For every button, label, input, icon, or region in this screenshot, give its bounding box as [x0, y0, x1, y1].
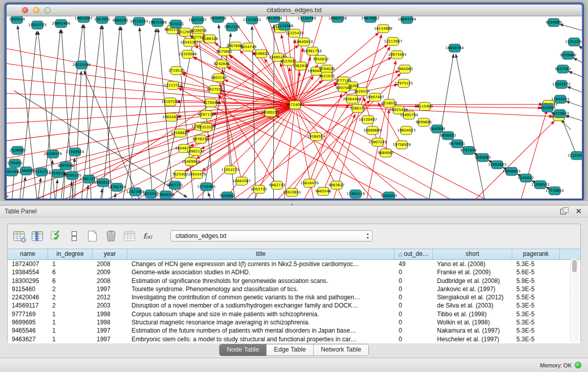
table-cell-short[interactable]: Yano et al. (2008) — [433, 260, 512, 268]
graph-node[interactable]: 10719155 — [130, 17, 148, 26]
table-cell-out_degree[interactable]: 0 — [395, 310, 433, 318]
table-cell-in_degree[interactable]: 1 — [48, 310, 93, 318]
graph-node[interactable]: 9463627 — [329, 181, 344, 189]
window-titlebar[interactable]: citations_edges.txt — [7, 5, 582, 16]
graph-node[interactable]: 10688609 — [363, 126, 382, 135]
table-cell-title[interactable]: Estimation of significance thresholds fo… — [127, 277, 395, 285]
graph-node[interactable]: 15124749 — [298, 16, 316, 22]
graph-node[interactable]: 9242848 — [214, 60, 230, 68]
zoom-window-icon[interactable] — [45, 7, 51, 13]
table-cell-name[interactable]: 22420046 — [8, 293, 48, 301]
graph-node[interactable]: 1527002 — [94, 16, 110, 24]
table-cell-title[interactable]: Investigating the contribution of common… — [127, 293, 395, 301]
table-cell-year[interactable]: 1998 — [93, 318, 127, 326]
table-cell-short[interactable]: Wolkin et al. (1998) — [433, 318, 512, 326]
graph-node[interactable]: 15616470 — [300, 179, 319, 187]
graph-node[interactable]: 2718120 — [168, 67, 184, 75]
table-cell-name[interactable]: 9777169 — [8, 310, 48, 318]
graph-node[interactable]: 1621072 — [319, 72, 335, 80]
close-panel-icon[interactable]: ✕ — [575, 207, 582, 215]
graph-node[interactable]: 20206576 — [43, 150, 62, 158]
new-table-icon[interactable] — [85, 229, 99, 243]
table-cell-short[interactable]: Nakamura et al. (1997) — [433, 326, 512, 335]
graph-node[interactable]: 11723032 — [243, 16, 261, 24]
graph-node[interactable]: 8834058 — [210, 16, 226, 23]
table-cell-in_degree[interactable]: 1 — [48, 335, 93, 343]
column-header-name[interactable]: name — [8, 249, 48, 259]
graph-node[interactable]: 17975125 — [395, 79, 413, 87]
graph-node[interactable]: 20891406 — [52, 19, 70, 28]
graph-node[interactable]: 8454749 — [241, 43, 256, 51]
graph-node[interactable]: 12923468 — [126, 188, 145, 196]
graph-node[interactable]: 7625402 — [172, 170, 188, 179]
table-cell-title[interactable]: Structural magnetic resonance image aver… — [127, 318, 395, 326]
graph-node[interactable]: 18843794 — [398, 16, 416, 24]
table-cell-name[interactable]: 18724007 — [8, 260, 48, 268]
graph-node[interactable]: 4170040 — [203, 99, 219, 107]
table-row[interactable]: 977716911998Corpus callosum shape and si… — [8, 310, 580, 318]
graph-node[interactable]: 9227343 — [555, 65, 571, 73]
minimize-window-icon[interactable] — [33, 7, 39, 13]
graph-node[interactable]: 7515521 — [168, 20, 184, 28]
table-cell-pagerank[interactable]: 5.3E-5 — [512, 285, 560, 293]
graph-node[interactable]: 7386372 — [350, 104, 365, 113]
graph-node[interactable]: 8813054 — [266, 16, 282, 23]
memory-ok-indicator-icon[interactable] — [575, 362, 581, 368]
tab-edge-table[interactable]: Edge Table — [267, 344, 313, 356]
graph-node[interactable]: 8186328 — [202, 35, 217, 43]
table-cell-title[interactable]: Embryonic stem cells: a model to study s… — [127, 335, 395, 343]
column-header-pagerank[interactable]: pagerank — [512, 249, 560, 259]
graph-node[interactable]: 7485063 — [397, 65, 412, 73]
graph-node[interactable]: 15807249 — [368, 138, 387, 146]
table-cell-year[interactable]: 2008 — [93, 260, 127, 268]
graph-node[interactable]: 16961758 — [303, 47, 322, 55]
table-cell-in_degree[interactable]: 6 — [48, 268, 93, 276]
table-cell-name[interactable]: 19384554 — [8, 268, 48, 276]
table-cell-title[interactable]: Corpus callosum shape and size in male p… — [127, 310, 395, 318]
table-cell-in_degree[interactable]: 2 — [48, 293, 93, 301]
graph-node[interactable]: 10807487 — [366, 93, 384, 101]
graph-node[interactable]: 14663567 — [232, 177, 251, 185]
graph-node[interactable]: 10653287 — [75, 16, 93, 23]
table-cell-year[interactable]: 1997 — [93, 285, 127, 293]
graph-node[interactable]: 8878334 — [192, 135, 209, 143]
table-cell-out_degree[interactable]: 49 — [395, 260, 433, 268]
table-row[interactable]: 946362711997Embryonic stem cells: a mode… — [8, 335, 580, 343]
graph-node[interactable]: 1935514 — [9, 16, 25, 24]
graph-node[interactable]: 17404119 — [346, 190, 365, 198]
table-cell-year[interactable]: 1998 — [93, 310, 127, 318]
table-cell-out_degree[interactable]: 0 — [395, 293, 433, 301]
graph-node[interactable]: 7957224 — [224, 23, 241, 31]
column-header-title[interactable]: title — [127, 249, 395, 259]
graph-node[interactable]: 9264083 — [475, 154, 491, 162]
graph-node[interactable]: 3624554 — [354, 87, 370, 96]
graph-node[interactable]: 19671388 — [148, 18, 167, 27]
table-cell-short[interactable]: de Silva et al. (2003) — [433, 301, 512, 310]
graph-node[interactable]: 8427552 — [207, 85, 223, 94]
panel-collapse-arrow-icon[interactable]: ▸ — [7, 193, 9, 199]
horizontal-splitter[interactable]: ▲ — [0, 201, 588, 206]
table-cell-in_degree[interactable]: 2 — [48, 285, 93, 293]
graph-node[interactable]: 16154808 — [374, 25, 393, 33]
graph-node[interactable]: 17646259 — [157, 191, 175, 199]
table-cell-pagerank[interactable]: 5.3E-5 — [512, 260, 560, 268]
graph-node[interactable]: 9160203 — [381, 192, 397, 199]
graph-node[interactable]: 9857771 — [167, 181, 183, 189]
table-cell-in_degree[interactable]: 1 — [48, 260, 93, 268]
graph-node[interactable]: 18640910 — [295, 38, 313, 46]
graph-node[interactable]: 12103454 — [568, 151, 582, 160]
graph-node[interactable]: 6678901 — [449, 140, 465, 148]
graph-node[interactable]: 7955812 — [313, 55, 329, 63]
table-cell-short[interactable]: Jankovic et al. (1997) — [433, 285, 512, 293]
graph-node[interactable]: 15751074 — [565, 38, 582, 46]
table-cell-out_degree[interactable]: 0 — [395, 335, 433, 343]
table-cell-pagerank[interactable]: 5.5E-5 — [512, 293, 560, 301]
graph-node[interactable]: 6497568 — [336, 84, 352, 92]
graph-node[interactable]: 9146821 — [253, 50, 269, 58]
graph-node[interactable]: 9465546 — [315, 187, 332, 195]
table-cell-out_degree[interactable]: 0 — [395, 277, 433, 285]
table-cell-in_degree[interactable]: 1 — [48, 326, 93, 335]
float-panel-icon[interactable] — [560, 207, 568, 215]
graph-node[interactable]: 6466161 — [113, 16, 128, 25]
table-cell-year[interactable]: 1997 — [93, 335, 127, 343]
